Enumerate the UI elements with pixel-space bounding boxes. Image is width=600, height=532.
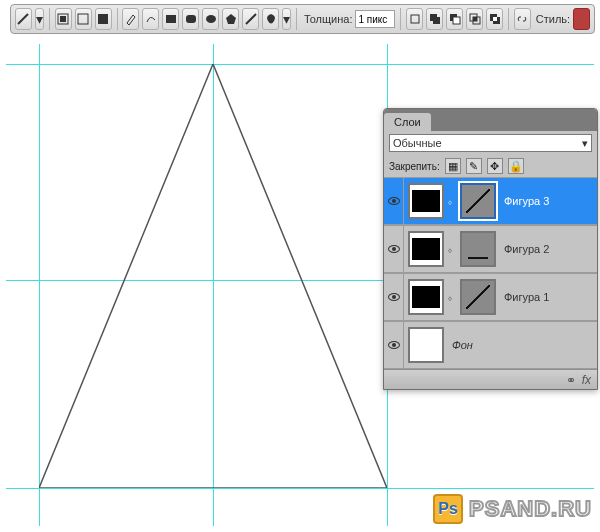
eye-icon [388,293,400,301]
layer-row[interactable]: ⬨Фигура 3 [384,177,597,225]
layer-thumbnail[interactable] [408,327,444,363]
freeform-pen-icon[interactable] [142,8,159,30]
layers-footer: ⚭ fx [384,369,597,389]
subtract-from-shape-icon[interactable] [446,8,463,30]
new-shape-icon[interactable] [406,8,423,30]
separator [49,8,50,30]
polygon-icon[interactable] [222,8,239,30]
custom-shape-icon[interactable] [262,8,279,30]
line-shape-icon[interactable] [242,8,259,30]
link-layers-icon[interactable]: ⚭ [566,373,576,387]
watermark-logo: Ps PSAND.RU [433,494,592,524]
svg-line-9 [246,14,256,24]
svg-rect-17 [473,17,477,21]
svg-rect-6 [186,15,196,23]
fill-pixels-mode-icon[interactable] [95,8,112,30]
visibility-toggle[interactable] [384,274,404,320]
lock-row: Закрепить: ▦ ✎ ✥ 🔒 [384,155,597,177]
layers-list: ⬨Фигура 3⬨Фигура 2⬨Фигура 1Фон [384,177,597,369]
svg-point-7 [206,15,216,23]
lock-pixels-icon[interactable]: ✎ [466,158,482,174]
svg-rect-4 [98,14,108,24]
path-mode-icon[interactable] [75,8,92,30]
blend-mode-value: Обычные [393,137,442,149]
triangle-shape [39,64,387,488]
svg-marker-8 [226,14,236,24]
separator [117,8,118,30]
svg-line-0 [18,14,28,24]
layer-name[interactable]: Фигура 3 [504,195,549,207]
separator [508,8,509,30]
mask-link-icon[interactable]: ⬨ [444,292,456,303]
ellipse-icon[interactable] [202,8,219,30]
layers-panel: Слои Обычные ▾ Закрепить: ▦ ✎ ✥ 🔒 ⬨Фигур… [383,108,598,390]
layer-name[interactable]: Фигура 1 [504,291,549,303]
options-bar: ▾ ▾ Толщина: [10,4,595,34]
intersect-shape-icon[interactable] [466,8,483,30]
svg-rect-10 [411,15,419,23]
exclude-overlap-icon[interactable] [486,8,503,30]
mask-link-icon[interactable]: ⬨ [444,196,456,207]
eye-icon [388,341,400,349]
ps-badge-icon: Ps [433,494,463,524]
visibility-toggle[interactable] [384,178,404,224]
mask-link-icon[interactable]: ⬨ [444,244,456,255]
eye-icon [388,245,400,253]
line-tool-icon[interactable] [15,8,32,30]
shape-options-dropdown-icon[interactable]: ▾ [282,8,291,30]
fx-icon[interactable]: fx [582,373,591,387]
layer-row[interactable]: ⬨Фигура 1 [384,273,597,321]
thickness-label: Толщина: [304,13,353,25]
svg-rect-5 [166,15,176,23]
svg-rect-2 [60,16,66,22]
layer-thumbnail[interactable] [408,231,444,267]
lock-transparency-icon[interactable]: ▦ [445,158,461,174]
vector-mask-thumbnail[interactable] [460,183,496,219]
lock-position-icon[interactable]: ✥ [487,158,503,174]
layer-thumbnail[interactable] [408,183,444,219]
layer-name[interactable]: Фигура 2 [504,243,549,255]
blend-mode-row: Обычные ▾ [384,131,597,155]
vector-mask-thumbnail[interactable] [460,279,496,315]
lock-all-icon[interactable]: 🔒 [508,158,524,174]
geometry-link-icon[interactable] [514,8,531,30]
separator [400,8,401,30]
logo-text: PSAND.RU [469,496,592,522]
blend-mode-select[interactable]: Обычные ▾ [389,134,592,152]
tool-preset-dropdown-icon[interactable]: ▾ [35,8,44,30]
visibility-toggle[interactable] [384,322,404,368]
lock-label: Закрепить: [389,161,440,172]
separator [296,8,297,30]
shape-layer-mode-icon[interactable] [55,8,72,30]
rounded-rectangle-icon[interactable] [182,8,199,30]
vector-mask-thumbnail[interactable] [460,231,496,267]
add-to-shape-icon[interactable] [426,8,443,30]
visibility-toggle[interactable] [384,226,404,272]
svg-marker-21 [39,64,387,488]
pen-tool-icon[interactable] [122,8,139,30]
svg-rect-14 [453,17,460,24]
guide-horizontal [6,488,594,489]
svg-rect-20 [493,17,497,21]
layer-name[interactable]: Фон [452,339,473,351]
svg-rect-12 [433,17,440,24]
layer-thumbnail[interactable] [408,279,444,315]
thickness-input[interactable] [355,10,395,28]
tab-layers[interactable]: Слои [384,113,431,131]
color-swatch[interactable] [573,8,590,30]
layer-row[interactable]: Фон [384,321,597,369]
layer-row[interactable]: ⬨Фигура 2 [384,225,597,273]
style-label: Стиль: [536,13,570,25]
eye-icon [388,197,400,205]
svg-rect-3 [78,14,88,24]
rectangle-icon[interactable] [162,8,179,30]
panel-tab-bar: Слои [384,109,597,131]
